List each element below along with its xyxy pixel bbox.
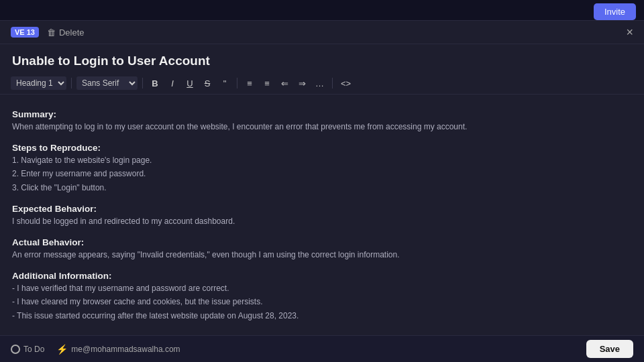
save-button[interactable]: Save (586, 340, 633, 358)
additional-section: Additional Information: - I have verifie… (12, 271, 632, 322)
assignee-email: me@mohammadsawalha.com (71, 345, 180, 354)
toolbar-divider-3 (237, 78, 237, 88)
font-select[interactable]: Sans Serif Serif Monospace (76, 76, 138, 90)
additional-heading: Additional Information: (12, 271, 632, 281)
summary-section: Summary: When attempting to log in to my… (12, 109, 632, 133)
strikethrough-button[interactable]: S (200, 77, 215, 90)
toolbar-divider-4 (332, 78, 333, 88)
actual-heading: Actual Behavior: (12, 237, 632, 247)
code-button[interactable]: <> (337, 77, 354, 90)
bullet-list-button[interactable]: ≡ (242, 77, 257, 90)
trash-icon: 🗑 (47, 27, 56, 38)
bold-button[interactable]: B (148, 77, 162, 90)
avatar-badge: VE 13 (11, 27, 39, 38)
invite-button[interactable]: Invite (594, 3, 636, 20)
ordered-list-button[interactable]: ≡ (260, 77, 274, 90)
steps-body: 1. Navigate to the website's login page.… (12, 154, 632, 194)
expected-heading: Expected Behavior: (12, 204, 632, 214)
actual-section: Actual Behavior: An error message appear… (12, 237, 632, 261)
modal: VE 13 🗑 Delete × Unable to Login to User… (0, 20, 644, 362)
modal-top-left: VE 13 🗑 Delete (11, 27, 85, 38)
outdent-button[interactable]: ⇐ (277, 77, 292, 90)
delete-label: Delete (59, 27, 85, 38)
status-item[interactable]: To Do (11, 345, 44, 354)
summary-body: When attempting to log in to my user acc… (12, 121, 632, 133)
status-circle-icon (11, 345, 20, 354)
heading-select[interactable]: Heading 1 Heading 2 Normal (11, 76, 66, 90)
summary-heading: Summary: (12, 109, 632, 119)
steps-section: Steps to Reproduce: 1. Navigate to the w… (12, 143, 632, 194)
actual-body: An error message appears, saying "Invali… (12, 249, 632, 261)
content-area: Summary: When attempting to log in to my… (0, 95, 644, 335)
steps-heading: Steps to Reproduce: (12, 143, 632, 153)
bottom-left: To Do ⚡ me@mohammadsawalha.com (11, 344, 180, 355)
delete-button[interactable]: 🗑 Delete (47, 27, 85, 38)
page-title: Unable to Login to User Account (0, 44, 644, 72)
status-label: To Do (23, 345, 44, 354)
modal-top-toolbar: VE 13 🗑 Delete × (0, 21, 644, 44)
assignee-item[interactable]: ⚡ me@mohammadsawalha.com (56, 344, 180, 355)
toolbar-divider-2 (142, 78, 143, 88)
more-button[interactable]: … (312, 77, 327, 90)
indent-button[interactable]: ⇒ (294, 77, 309, 90)
expected-body: I should be logged in and redirected to … (12, 215, 632, 228)
additional-body: - I have verified that my username and p… (12, 282, 632, 322)
underline-button[interactable]: U (182, 77, 197, 90)
format-toolbar: Heading 1 Heading 2 Normal Sans Serif Se… (0, 72, 644, 95)
close-button[interactable]: × (626, 26, 633, 38)
toolbar-divider-1 (71, 78, 72, 88)
bottom-bar: To Do ⚡ me@mohammadsawalha.com Save (0, 335, 644, 362)
italic-button[interactable]: I (165, 77, 180, 90)
expected-section: Expected Behavior: I should be logged in… (12, 204, 632, 228)
quote-button[interactable]: " (217, 77, 232, 90)
assignee-icon: ⚡ (56, 344, 68, 355)
